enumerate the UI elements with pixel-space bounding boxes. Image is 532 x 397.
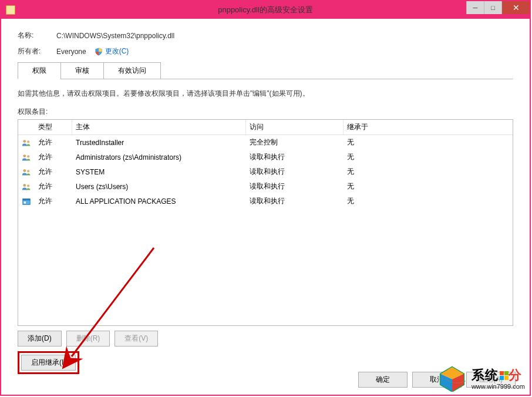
window-title: pnppolicy.dll的高级安全设置 (218, 5, 313, 15)
tab-audit[interactable]: 审核 (60, 62, 104, 79)
cell-inherited: 无 (344, 180, 513, 193)
owner-label: 所有者: (18, 46, 56, 56)
watermark: 系统 分 www.win7999.com (436, 365, 525, 393)
svg-rect-10 (24, 201, 26, 204)
users-icon (18, 152, 35, 163)
tab-effective-access[interactable]: 有效访问 (103, 62, 161, 79)
table-row[interactable]: 允许TrustedInstaller完全控制无 (18, 135, 513, 150)
svg-rect-9 (23, 198, 30, 200)
watermark-title: 系统 分 (472, 368, 525, 382)
cell-access: 读取和执行 (246, 180, 344, 193)
cell-type: 允许 (35, 195, 72, 207)
cell-principal: Administrators (zs\Administrators) (72, 152, 246, 163)
svg-point-6 (23, 184, 26, 187)
table-row[interactable]: 允许Users (zs\Users)读取和执行无 (18, 179, 513, 194)
tab-permissions[interactable]: 权限 (18, 62, 61, 79)
content-area: 名称: C:\WINDOWS\System32\pnppolicy.dll 所有… (1, 19, 530, 395)
users-icon (18, 137, 35, 149)
svg-point-0 (23, 140, 26, 143)
svg-point-4 (23, 169, 26, 172)
svg-point-3 (27, 155, 29, 157)
tabs: 权限 审核 有效访问 (18, 62, 513, 79)
cell-inherited: 无 (344, 166, 513, 178)
instruction-text: 如需其他信息，请双击权限项目。若要修改权限项目，请选择该项目并单击"编辑"(如果… (18, 89, 513, 99)
users-icon (18, 181, 35, 193)
remove-button: 删除(R) (66, 331, 110, 346)
package-icon (18, 196, 35, 207)
cell-principal: Users (zs\Users) (72, 181, 246, 192)
name-label: 名称: (18, 31, 56, 41)
col-type[interactable]: 类型 (35, 120, 72, 134)
owner-field: 所有者: Everyone 更改(C) (18, 46, 513, 56)
watermark-url: www.win7999.com (472, 383, 525, 390)
cell-type: 允许 (35, 151, 72, 163)
minimize-button[interactable]: ─ (466, 1, 484, 14)
ok-button[interactable]: 确定 (358, 372, 408, 388)
cell-principal: SYSTEM (72, 167, 246, 177)
table-header: 类型 主体 访问 继承于 (18, 120, 513, 135)
watermark-suffix: 分 (509, 368, 522, 382)
name-field: 名称: C:\WINDOWS\System32\pnppolicy.dll (18, 31, 513, 41)
view-button: 查看(V) (115, 331, 158, 346)
cell-principal: ALL APPLICATION PACKAGES (72, 196, 246, 207)
permission-table: 类型 主体 访问 继承于 允许TrustedInstaller完全控制无允许Ad… (18, 119, 513, 326)
windows-logo-icon (500, 371, 509, 380)
security-settings-window: pnppolicy.dll的高级安全设置 ─ □ ✕ 名称: C:\WINDOW… (0, 0, 531, 396)
col-icon (18, 120, 35, 134)
folder-icon (6, 5, 15, 15)
svg-point-2 (23, 154, 26, 157)
cell-access: 完全控制 (246, 136, 344, 149)
table-body: 允许TrustedInstaller完全控制无允许Administrators … (18, 135, 513, 208)
svg-point-7 (27, 184, 29, 187)
cell-type: 允许 (35, 136, 72, 149)
shield-icon (95, 48, 103, 56)
table-row[interactable]: 允许ALL APPLICATION PACKAGES读取和执行无 (18, 194, 513, 208)
col-principal[interactable]: 主体 (72, 120, 246, 134)
window-controls: ─ □ ✕ (466, 1, 530, 14)
permission-entries-label: 权限条目: (18, 107, 513, 117)
table-row[interactable]: 允许Administrators (zs\Administrators)读取和执… (18, 150, 513, 164)
table-row[interactable]: 允许SYSTEM读取和执行无 (18, 164, 513, 179)
titlebar[interactable]: pnppolicy.dll的高级安全设置 ─ □ ✕ (1, 1, 530, 19)
enable-inheritance-button[interactable]: 启用继承(I) (21, 355, 76, 371)
col-access[interactable]: 访问 (246, 120, 344, 134)
entry-buttons: 添加(D) 删除(R) 查看(V) (18, 331, 513, 346)
cell-inherited: 无 (344, 195, 513, 207)
watermark-prefix: 系统 (472, 368, 499, 382)
cell-principal: TrustedInstaller (72, 137, 246, 148)
watermark-logo-icon (436, 365, 468, 393)
cell-access: 读取和执行 (246, 195, 344, 207)
cell-access: 读取和执行 (246, 166, 344, 178)
enable-inherit-highlight: 启用继承(I) (18, 351, 79, 374)
watermark-text: 系统 分 www.win7999.com (472, 368, 525, 389)
cell-inherited: 无 (344, 151, 513, 163)
name-value: C:\WINDOWS\System32\pnppolicy.dll (56, 32, 174, 40)
change-owner-link[interactable]: 更改(C) (105, 46, 129, 56)
cell-inherited: 无 (344, 136, 513, 149)
add-button[interactable]: 添加(D) (18, 331, 62, 346)
users-icon (18, 166, 35, 178)
svg-point-1 (27, 140, 29, 143)
owner-value: Everyone (56, 48, 86, 56)
maximize-button[interactable]: □ (484, 1, 501, 14)
cell-access: 读取和执行 (246, 151, 344, 163)
cell-type: 允许 (35, 180, 72, 193)
cell-type: 允许 (35, 166, 72, 178)
svg-point-5 (27, 170, 29, 172)
col-inherited[interactable]: 继承于 (344, 120, 513, 134)
close-button[interactable]: ✕ (501, 1, 530, 14)
